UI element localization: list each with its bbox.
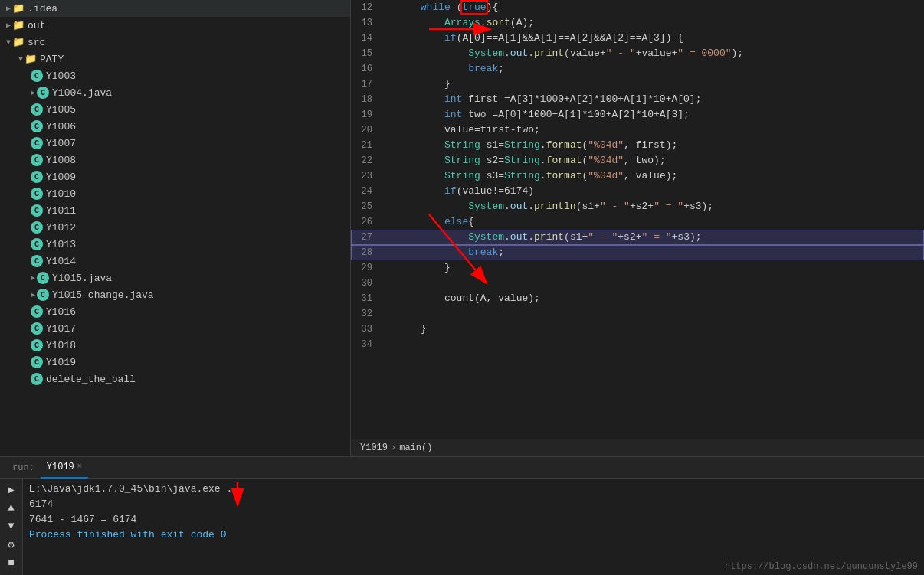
sidebar-item-Y1004[interactable]: ▶CY1004.java <box>0 84 350 101</box>
sidebar-item-Y1016[interactable]: CY1016 <box>0 303 350 320</box>
breadcrumb-file: Y1019 <box>360 443 388 453</box>
class-icon: C <box>31 356 43 368</box>
sidebar-item-label: Y1008 <box>46 155 76 166</box>
sidebar-item-label: Y1013 <box>46 239 76 250</box>
scroll-down-icon[interactable]: ▼ <box>4 518 19 534</box>
line-number: 27 <box>351 230 382 245</box>
line-content[interactable]: while (true){ <box>382 0 924 15</box>
line-number: 21 <box>351 138 382 153</box>
sidebar-item-label: Y1006 <box>46 121 76 132</box>
code-line: 28 break; <box>351 245 924 260</box>
line-content[interactable]: int two =A[0]*1000+A[1]*100+A[2]*10+A[3]… <box>382 107 924 123</box>
class-icon: C <box>31 137 43 149</box>
code-line: 15 System.out.print(value+" - "+value+" … <box>351 46 924 61</box>
sidebar-item-src[interactable]: ▼📁src <box>0 34 350 51</box>
sidebar-item-Y1019[interactable]: CY1019 <box>0 354 350 371</box>
sidebar-item-Y1013[interactable]: CY1013 <box>0 236 350 253</box>
sidebar-item-idea[interactable]: ▶📁.idea <box>0 0 350 17</box>
line-number: 22 <box>351 153 382 168</box>
sidebar-item-delete[interactable]: Cdelete_the_ball <box>0 371 350 387</box>
line-content[interactable]: String s3=String.format("%04d", value); <box>382 168 924 184</box>
sidebar-item-Y1012[interactable]: CY1012 <box>0 219 350 236</box>
bottom-tabs-bar: run: Y1019 × <box>0 457 924 479</box>
sidebar-item-label: Y1017 <box>46 323 76 335</box>
line-content[interactable]: break; <box>382 245 924 260</box>
bottom-tab-label: Y1019 <box>47 462 74 472</box>
sidebar-item-label: Y1004.java <box>52 87 112 99</box>
code-line: 13 Arrays.sort(A); <box>351 15 924 31</box>
line-content[interactable]: Arrays.sort(A); <box>382 15 924 31</box>
sidebar-item-Y1005[interactable]: CY1005 <box>0 101 350 118</box>
code-line: 14 if(A[0]==A[1]&&A[1]==A[2]&&A[2]==A[3]… <box>351 31 924 46</box>
class-icon: C <box>37 87 49 99</box>
class-icon: C <box>31 322 43 335</box>
line-number: 13 <box>351 15 382 31</box>
line-content[interactable]: if(value!=6174) <box>382 184 924 199</box>
line-number: 17 <box>351 77 382 92</box>
expand-arrow-icon: ▶ <box>31 88 35 97</box>
line-content[interactable]: System.out.println(s1+" - "+s2+" = "+s3)… <box>382 199 924 214</box>
sidebar: ▶📁.idea▶📁out▼📁src▼📁PATYCY1003▶CY1004.jav… <box>0 0 351 456</box>
sidebar-item-out[interactable]: ▶📁out <box>0 17 350 34</box>
sidebar-item-label: Y1005 <box>46 104 76 116</box>
code-line: 24 if(value!=6174) <box>351 184 924 199</box>
sidebar-item-Y1015c[interactable]: ▶CY1015_change.java <box>0 286 350 303</box>
line-content[interactable]: System.out.print(value+" - "+value+" = 0… <box>382 46 924 61</box>
line-content[interactable]: value=first-two; <box>382 123 924 138</box>
sidebar-item-Y1017[interactable]: CY1017 <box>0 320 350 337</box>
line-content[interactable]: } <box>382 260 924 276</box>
sidebar-item-PATY[interactable]: ▼📁PATY <box>0 51 350 67</box>
code-line: 21 String s1=String.format("%04d", first… <box>351 138 924 153</box>
sidebar-item-Y1006[interactable]: CY1006 <box>0 118 350 135</box>
line-content[interactable]: } <box>382 322 924 337</box>
folder-icon: 📁 <box>12 19 25 31</box>
class-icon: C <box>31 255 43 267</box>
sidebar-item-label: Y1009 <box>46 172 76 183</box>
sidebar-item-Y1008[interactable]: CY1008 <box>0 152 350 168</box>
folder-icon: 📁 <box>12 36 25 48</box>
line-number: 12 <box>351 0 382 15</box>
code-line: 25 System.out.println(s1+" - "+s2+" = "+… <box>351 199 924 214</box>
sidebar-item-Y1009[interactable]: CY1009 <box>0 168 350 185</box>
class-icon: C <box>31 70 43 82</box>
line-content[interactable]: if(A[0]==A[1]&&A[1]==A[2]&&A[2]==A[3]) { <box>382 31 924 46</box>
line-content[interactable]: String s1=String.format("%04d", first); <box>382 138 924 153</box>
line-number: 16 <box>351 61 382 77</box>
sidebar-item-label: Y1003 <box>46 70 76 82</box>
sidebar-item-Y1003[interactable]: CY1003 <box>0 67 350 84</box>
play-icon[interactable]: ▶ <box>4 482 19 497</box>
class-icon: C <box>37 289 49 301</box>
line-number: 20 <box>351 123 382 138</box>
terminal-finish-line: Process finished with exit code 0 <box>29 528 918 543</box>
line-content[interactable]: count(A, value); <box>382 291 924 306</box>
line-number: 31 <box>351 291 382 306</box>
code-line: 18 int first =A[3]*1000+A[2]*100+A[1]*10… <box>351 92 924 107</box>
line-content[interactable]: } <box>382 77 924 92</box>
bottom-tab-y1019[interactable]: Y1019 × <box>41 457 88 479</box>
line-content[interactable]: System.out.print(s1+" - "+s2+" = "+s3); <box>382 230 924 245</box>
class-icon: C <box>31 221 43 234</box>
line-content[interactable]: int first =A[3]*1000+A[2]*100+A[1]*10+A[… <box>382 92 924 107</box>
scroll-up-icon[interactable]: ▲ <box>4 500 19 515</box>
class-icon: C <box>31 120 43 132</box>
breadcrumb-method: main() <box>399 443 432 453</box>
line-number: 24 <box>351 184 382 199</box>
close-icon[interactable]: × <box>77 462 82 471</box>
bottom-panel: run: Y1019 × ▶ ▲ ▼ ⚙ ■ E:\Java\jdk1.7.0_… <box>0 456 924 575</box>
sidebar-item-Y1007[interactable]: CY1007 <box>0 135 350 152</box>
sidebar-item-label: Y1011 <box>46 205 76 217</box>
settings-icon[interactable]: ⚙ <box>4 537 19 552</box>
code-line: 29 } <box>351 260 924 276</box>
line-content[interactable]: break; <box>382 61 924 77</box>
stop-icon[interactable]: ■ <box>4 555 19 570</box>
code-line: 19 int two =A[0]*1000+A[1]*100+A[2]*10+A… <box>351 107 924 123</box>
sidebar-item-Y1015[interactable]: ▶CY1015.java <box>0 270 350 286</box>
line-content[interactable]: String s2=String.format("%04d", two); <box>382 153 924 168</box>
sidebar-item-Y1010[interactable]: CY1010 <box>0 185 350 202</box>
sidebar-item-Y1018[interactable]: CY1018 <box>0 337 350 354</box>
sidebar-item-Y1014[interactable]: CY1014 <box>0 253 350 270</box>
terminal-cmd-line: E:\Java\jdk1.7.0_45\bin\java.exe ... <box>29 482 918 497</box>
sidebar-item-Y1011[interactable]: CY1011 <box>0 202 350 219</box>
code-line: 20 value=first-two; <box>351 123 924 138</box>
line-content[interactable]: else{ <box>382 214 924 230</box>
